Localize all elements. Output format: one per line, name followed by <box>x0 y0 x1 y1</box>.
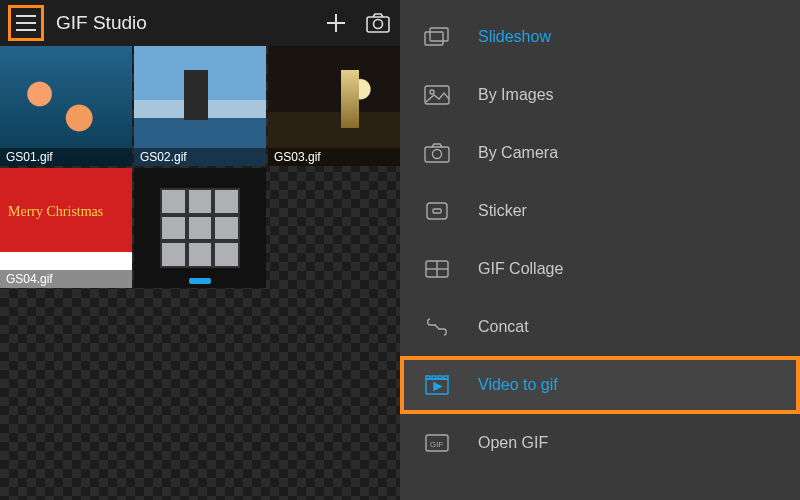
menu-item-sticker[interactable]: Sticker <box>400 182 800 240</box>
menu-button-highlight <box>8 5 44 41</box>
thumb-filename: GS02.gif <box>134 148 266 166</box>
camera-button[interactable] <box>364 9 392 37</box>
svg-marker-24 <box>434 383 441 390</box>
menu-label: Sticker <box>478 202 527 220</box>
top-bar: GIF Studio <box>0 0 400 46</box>
svg-rect-22 <box>438 376 442 379</box>
app-title: GIF Studio <box>56 12 310 34</box>
menu-label: Concat <box>478 318 529 336</box>
menu-item-concat[interactable]: Concat <box>400 298 800 356</box>
menu-label: By Images <box>478 86 554 104</box>
gallery-thumb[interactable]: GS02.gif <box>134 46 266 166</box>
menu-item-slideshow[interactable]: Slideshow <box>400 8 800 66</box>
gallery-thumb[interactable] <box>134 168 266 288</box>
add-button[interactable] <box>322 9 350 37</box>
svg-point-6 <box>374 20 383 29</box>
menu-drawer: Slideshow By Images By Camera Sticker GI… <box>400 0 800 500</box>
menu-label: By Camera <box>478 144 558 162</box>
slideshow-icon <box>424 26 450 48</box>
collage-icon <box>424 258 450 280</box>
thumb-filename: GS03.gif <box>268 148 400 166</box>
svg-line-18 <box>435 325 439 329</box>
menu-item-by-camera[interactable]: By Camera <box>400 124 800 182</box>
gallery-grid: GS01.gif GS02.gif GS03.gif GS04.gif <box>0 46 400 500</box>
menu-label: Video to gif <box>478 376 558 394</box>
menu-label: Slideshow <box>478 28 551 46</box>
menu-label: Open GIF <box>478 434 548 452</box>
video-icon <box>424 374 450 396</box>
resize-handle-icon <box>189 278 211 284</box>
svg-point-12 <box>433 150 442 159</box>
images-icon <box>424 84 450 106</box>
hamburger-icon[interactable] <box>12 9 40 37</box>
thumb-filename: GS04.gif <box>0 270 132 288</box>
menu-item-by-images[interactable]: By Images <box>400 66 800 124</box>
menu-item-video-to-gif[interactable]: Video to gif <box>400 356 800 414</box>
top-bar-actions <box>322 9 392 37</box>
gallery-thumb[interactable]: GS01.gif <box>0 46 132 166</box>
sticker-icon <box>424 200 450 222</box>
collage-preview <box>160 188 240 268</box>
gallery-thumb[interactable]: GS04.gif <box>0 168 132 288</box>
svg-text:GIF: GIF <box>430 440 443 449</box>
svg-rect-7 <box>425 32 443 45</box>
main-panel: GIF Studio GS01.gif GS02.gif GS03.gif GS… <box>0 0 400 500</box>
thumb-filename: GS01.gif <box>0 148 132 166</box>
thumb-image <box>134 168 266 288</box>
svg-rect-20 <box>426 376 430 379</box>
menu-item-open-gif[interactable]: GIF Open GIF <box>400 414 800 472</box>
camera-icon <box>424 142 450 164</box>
svg-rect-23 <box>444 376 448 379</box>
svg-rect-14 <box>433 209 441 213</box>
open-gif-icon: GIF <box>424 432 450 454</box>
svg-rect-8 <box>430 28 448 41</box>
menu-label: GIF Collage <box>478 260 563 278</box>
svg-rect-21 <box>432 376 436 379</box>
concat-icon <box>424 316 450 338</box>
svg-point-10 <box>430 90 434 94</box>
menu-item-gif-collage[interactable]: GIF Collage <box>400 240 800 298</box>
svg-rect-13 <box>427 203 447 219</box>
gallery-thumb[interactable]: GS03.gif <box>268 46 400 166</box>
